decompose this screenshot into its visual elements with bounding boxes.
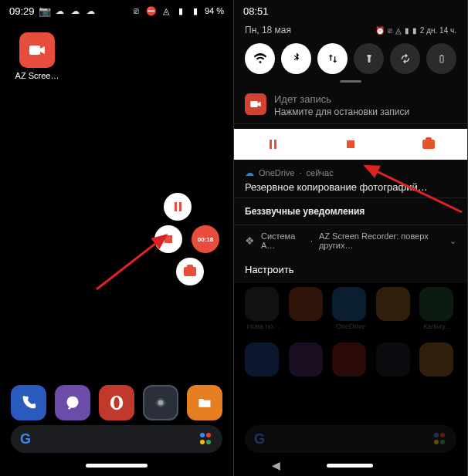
- battery-pct: 94 %: [205, 6, 224, 15]
- phone-app-icon[interactable]: [11, 385, 46, 420]
- bg-app: [289, 287, 326, 330]
- app-label: AZ Scree…: [14, 71, 60, 80]
- shade-handle[interactable]: [340, 80, 361, 83]
- system-notification[interactable]: ❖ Система А… · AZ Screen Recorder: повер…: [234, 224, 467, 256]
- battery-icon: ▮: [190, 5, 201, 16]
- navbar: ◀: [234, 459, 467, 471]
- google-logo-icon: G: [20, 431, 31, 447]
- bg-app: [419, 343, 456, 376]
- battery-icon: ▮: [412, 26, 417, 35]
- cast-icon: ⎚: [131, 5, 142, 16]
- statusbar: 08:51: [234, 0, 467, 22]
- bg-app: [289, 343, 326, 376]
- opera-app-icon[interactable]: [99, 385, 134, 420]
- svg-rect-9: [250, 101, 257, 107]
- files-app-icon[interactable]: [187, 385, 222, 420]
- app-shortcut-az[interactable]: AZ Scree…: [14, 32, 60, 80]
- rotate-tile[interactable]: [390, 43, 420, 74]
- chevron-down-icon[interactable]: ⌄: [449, 236, 456, 246]
- cast-icon: ⎚: [388, 26, 392, 35]
- wifi-icon: ◬: [395, 26, 402, 35]
- onedrive-notification[interactable]: ☁ OneDrive · сейчас Резервное копировани…: [234, 160, 467, 198]
- wifi-tile[interactable]: [245, 43, 275, 74]
- onedrive-icon: ☁: [245, 167, 254, 178]
- silent-section-header: Беззвучные уведомления: [234, 198, 467, 224]
- svg-rect-7: [440, 56, 443, 62]
- quick-settings: [234, 37, 467, 79]
- battery-detail: 2 дн. 14 ч.: [420, 26, 456, 35]
- camera-icon: [184, 267, 196, 276]
- pause-button[interactable]: [164, 193, 192, 221]
- home-pill[interactable]: [86, 464, 148, 468]
- settings-button[interactable]: Настроить: [234, 256, 467, 283]
- signal-icon: ▮: [175, 5, 186, 16]
- pause-icon: [270, 140, 276, 149]
- dock: [0, 385, 233, 420]
- cloud-icon: ☁: [55, 5, 66, 16]
- pause-icon: [175, 202, 181, 211]
- screenshot-button[interactable]: [176, 258, 204, 285]
- recording-notification[interactable]: Идет запись Нажмите для остановки записи: [234, 87, 467, 124]
- battery-tile[interactable]: [426, 43, 456, 74]
- no-sim-icon: ⛔: [146, 5, 157, 16]
- signal-icon: ▮: [405, 26, 409, 35]
- action-screenshot[interactable]: [389, 129, 467, 160]
- wifi-icon: ◬: [161, 5, 171, 16]
- bg-app: [245, 343, 282, 376]
- record-time: 00:18: [198, 236, 213, 243]
- alarm-icon: ⏰: [375, 26, 385, 35]
- navbar: [0, 459, 233, 471]
- home-pill[interactable]: [327, 464, 373, 468]
- clock: 09:29: [9, 5, 35, 17]
- camera-app-icon[interactable]: [143, 385, 178, 420]
- separator: ·: [310, 236, 313, 245]
- google-logo-icon: G: [254, 431, 265, 447]
- az-recorder-icon: [19, 32, 55, 68]
- od-app-name: OneDrive: [259, 168, 294, 177]
- camera-status-icon: 📷: [39, 5, 50, 16]
- google-search-bar[interactable]: G: [11, 425, 222, 453]
- clock: 08:51: [243, 5, 269, 17]
- svg-point-6: [158, 400, 164, 406]
- bg-app: [376, 343, 413, 376]
- bg-app: [376, 287, 413, 330]
- record-time-badge[interactable]: 00:18: [192, 225, 219, 253]
- notif-title: Идет запись: [274, 93, 409, 105]
- date-label: Пн, 18 мая: [245, 25, 291, 35]
- cloud-icon: ☁: [86, 5, 97, 16]
- google-search-bar[interactable]: G: [245, 425, 456, 453]
- notification-shade: 08:51 Пн, 18 мая ⏰ ⎚ ◬ ▮ ▮ 2 дн. 14 ч.: [234, 0, 467, 283]
- action-stop[interactable]: [312, 129, 390, 160]
- floating-controls: 00:18: [154, 193, 224, 285]
- bg-app: OneDrive: [332, 287, 369, 330]
- cloud-icon: ☁: [70, 5, 81, 16]
- od-when: сейчас: [307, 168, 334, 177]
- assistant-icon[interactable]: [433, 432, 447, 446]
- bg-app: Нова по…: [245, 287, 282, 330]
- messenger-app-icon[interactable]: [55, 385, 90, 420]
- sys-text: AZ Screen Recorder: поверх других…: [319, 231, 443, 250]
- data-tile[interactable]: [317, 43, 348, 74]
- svg-point-2: [67, 397, 79, 408]
- separator: ·: [299, 168, 301, 177]
- svg-rect-0: [29, 46, 40, 55]
- stop-button[interactable]: [154, 225, 182, 253]
- svg-point-4: [114, 397, 119, 409]
- recording-actions: [234, 129, 467, 160]
- flashlight-tile[interactable]: [354, 43, 384, 74]
- stop-icon: [164, 235, 172, 243]
- phone-right: Нова по… OneDrive Кальку… G ◀ 08:51: [234, 0, 468, 476]
- assistant-icon[interactable]: [199, 432, 213, 446]
- notif-subtitle: Нажмите для остановки записи: [274, 106, 409, 117]
- camera-icon: [422, 140, 435, 149]
- statusbar: 09:29 📷 ☁ ☁ ☁ ⎚ ⛔ ◬ ▮ ▮ 94 %: [0, 0, 233, 22]
- bg-app: Кальку…: [419, 287, 456, 330]
- layers-icon: ❖: [245, 235, 255, 247]
- bluetooth-tile[interactable]: [281, 43, 311, 74]
- nav-back[interactable]: ◀: [272, 459, 280, 471]
- action-pause[interactable]: [234, 129, 312, 160]
- sys-app: Система А…: [261, 231, 304, 250]
- stop-icon: [347, 140, 354, 148]
- qs-header: Пн, 18 мая ⏰ ⎚ ◬ ▮ ▮ 2 дн. 14 ч.: [234, 22, 467, 37]
- bg-app: [332, 343, 369, 376]
